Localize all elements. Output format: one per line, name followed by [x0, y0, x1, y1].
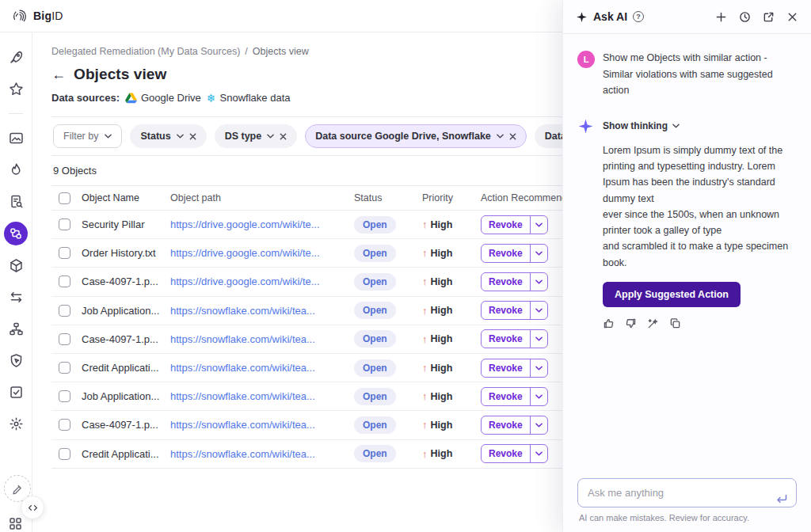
ask-ai-input[interactable]	[577, 478, 797, 507]
row-checkbox[interactable]	[59, 276, 70, 287]
filter-chip[interactable]: DS type	[215, 124, 298, 148]
action-button-label[interactable]: Revoke	[482, 330, 530, 348]
chevron-down-icon[interactable]	[497, 134, 504, 139]
filter-chip[interactable]: Data source Google Drive, Snowflake	[305, 124, 527, 148]
row-checkbox[interactable]	[59, 218, 70, 230]
object-path-link[interactable]: https://snowflake.com/wiki/tea...	[170, 419, 315, 431]
new-chat-button[interactable]	[715, 11, 727, 23]
help-icon[interactable]: ?	[633, 11, 644, 22]
action-split-button[interactable]: Revoke	[481, 387, 548, 406]
column-status[interactable]: Status	[354, 192, 422, 203]
star-icon[interactable]	[9, 82, 24, 97]
action-split-button[interactable]: Revoke	[481, 329, 548, 348]
image-chart-icon[interactable]	[9, 131, 24, 146]
object-path-link[interactable]: https://snowflake.com/wiki/tea...	[170, 448, 315, 460]
magic-wand-icon	[647, 317, 659, 329]
back-button[interactable]: ←	[51, 67, 66, 82]
open-in-new-button[interactable]	[763, 11, 775, 23]
action-dropdown-button[interactable]	[531, 363, 547, 374]
breadcrumb-parent[interactable]: Delegated Remediation (My Data Sources)	[51, 46, 240, 57]
action-button-label[interactable]: Revoke	[482, 302, 530, 319]
action-dropdown-button[interactable]	[531, 420, 547, 431]
action-split-button[interactable]: Revoke	[481, 444, 548, 463]
row-checkbox[interactable]	[59, 247, 70, 259]
action-dropdown-button[interactable]	[531, 305, 547, 316]
action-dropdown-button[interactable]	[531, 448, 547, 459]
object-path-link[interactable]: https://snowflake.com/wiki/tea...	[170, 362, 315, 374]
object-path-link[interactable]: https://drive.google.com/wiki/te...	[170, 218, 320, 230]
action-dropdown-button[interactable]	[531, 333, 547, 344]
action-split-button[interactable]: Revoke	[481, 244, 548, 263]
remove-filter-icon[interactable]	[509, 133, 516, 140]
ai-response-line: ever since the 1500s, when an unknown pr…	[603, 207, 797, 239]
column-object-name[interactable]: Object Name	[82, 192, 170, 203]
shield-cursor-icon[interactable]	[9, 353, 24, 368]
object-name: Order History.txt	[82, 247, 170, 259]
swap-arrows-icon[interactable]	[9, 290, 24, 305]
enter-key-icon[interactable]	[775, 492, 788, 505]
priority-label: High	[431, 219, 453, 230]
action-button-label[interactable]: Revoke	[482, 445, 530, 462]
chevron-down-icon	[105, 134, 112, 139]
magic-wand-button[interactable]	[647, 317, 659, 329]
action-button-label[interactable]: Revoke	[482, 359, 530, 377]
row-checkbox[interactable]	[59, 333, 70, 345]
action-button-label[interactable]: Revoke	[482, 245, 530, 262]
select-all-checkbox[interactable]	[59, 192, 70, 204]
gear-icon[interactable]	[9, 416, 24, 431]
action-split-button[interactable]: Revoke	[481, 416, 548, 435]
row-checkbox[interactable]	[59, 305, 70, 317]
bigid-logo[interactable]: BigID	[11, 7, 63, 25]
object-path-link[interactable]: https://snowflake.com/wiki/tea...	[170, 390, 315, 402]
filter-by-dropdown[interactable]: Filter by	[53, 124, 122, 148]
action-split-button[interactable]: Revoke	[481, 272, 548, 291]
action-button-label[interactable]: Revoke	[482, 388, 530, 405]
row-checkbox[interactable]	[59, 419, 70, 431]
action-split-button[interactable]: Revoke	[481, 301, 548, 320]
close-icon	[786, 11, 798, 23]
collapse-sidebar-button[interactable]	[21, 496, 44, 519]
remove-filter-icon[interactable]	[280, 133, 287, 140]
fingerprint-icon	[11, 7, 29, 25]
action-split-button[interactable]: Revoke	[481, 359, 548, 378]
column-object-path[interactable]: Object path	[170, 192, 354, 203]
copy-button[interactable]	[669, 317, 681, 329]
chevron-down-icon[interactable]	[267, 134, 274, 139]
document-search-icon[interactable]	[9, 194, 24, 209]
cube-icon[interactable]	[9, 258, 24, 273]
object-path-link[interactable]: https://snowflake.com/wiki/tea...	[170, 333, 315, 345]
action-button-label[interactable]: Revoke	[482, 273, 530, 291]
flame-icon[interactable]	[9, 162, 24, 177]
object-path-link[interactable]: https://snowflake.com/wiki/tea...	[170, 305, 315, 317]
priority-up-icon: ↑	[422, 419, 428, 431]
object-path-link[interactable]: https://drive.google.com/wiki/te...	[170, 247, 320, 259]
check-square-icon[interactable]	[9, 385, 24, 400]
history-button[interactable]	[739, 11, 751, 23]
action-dropdown-button[interactable]	[531, 276, 547, 287]
show-thinking-toggle[interactable]: Show thinking	[603, 120, 680, 131]
status-badge: Open	[354, 388, 396, 405]
action-dropdown-button[interactable]	[531, 391, 547, 402]
action-dropdown-button[interactable]	[531, 219, 547, 230]
action-button-label[interactable]: Revoke	[482, 416, 530, 434]
remediation-workflow-icon-active[interactable]	[4, 222, 28, 245]
apps-grid-icon[interactable]	[9, 517, 22, 530]
thumbs-up-button[interactable]	[603, 317, 615, 329]
sitemap-icon[interactable]	[9, 321, 24, 336]
sidebar-divider	[9, 113, 23, 114]
action-dropdown-button[interactable]	[531, 248, 547, 259]
filter-chip[interactable]: Status	[130, 124, 206, 148]
row-checkbox[interactable]	[59, 362, 70, 374]
column-priority[interactable]: Priority	[422, 192, 481, 203]
chevron-down-icon[interactable]	[177, 134, 184, 139]
object-path-link[interactable]: https://drive.google.com/wiki/te...	[170, 276, 320, 287]
action-button-label[interactable]: Revoke	[482, 216, 530, 234]
close-panel-button[interactable]	[786, 11, 798, 23]
thumbs-down-button[interactable]	[625, 317, 637, 329]
rocket-icon[interactable]	[9, 50, 24, 65]
row-checkbox[interactable]	[59, 390, 70, 402]
row-checkbox[interactable]	[59, 448, 70, 460]
action-split-button[interactable]: Revoke	[481, 215, 548, 234]
apply-suggested-action-button[interactable]: Apply Suggested Action	[603, 282, 741, 307]
remove-filter-icon[interactable]	[189, 133, 196, 140]
